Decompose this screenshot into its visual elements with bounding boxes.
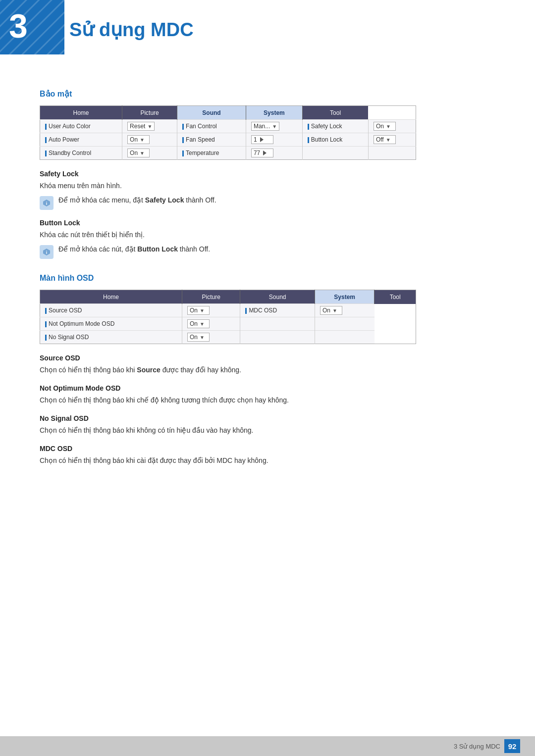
source-osd-heading: Source OSD	[40, 354, 495, 362]
cell-mdc-osd-value[interactable]: On▼	[315, 304, 374, 317]
safety-lock-desc: Khóa menu trên màn hình.	[40, 181, 495, 191]
cell-button-lock-label: Button Lock	[302, 133, 368, 147]
tab-tool-osd[interactable]: Tool	[374, 290, 416, 304]
cell-mdc-osd-label: MDC OSD	[240, 304, 315, 317]
table-row: Standby Control On▼ Temperature 77	[40, 147, 416, 160]
tab-system[interactable]: System	[246, 106, 302, 120]
cell-source-osd-value[interactable]: On▼	[182, 304, 240, 317]
note-icon-button-lock: i	[40, 245, 54, 259]
cell-no-signal-label: No Signal OSD	[40, 331, 182, 344]
cell-empty2	[368, 147, 416, 160]
cell-empty5	[240, 331, 315, 344]
chapter-number: 3	[9, 9, 28, 43]
cell-standby-label: Standby Control	[40, 147, 122, 160]
safety-lock-note: i Để mở khóa các menu, đặt Safety Lock t…	[40, 195, 495, 210]
row-indicator	[182, 124, 184, 130]
cell-fan-speed-value[interactable]: 1	[246, 133, 302, 147]
row-indicator	[45, 151, 47, 156]
tab-home-osd[interactable]: Home	[40, 290, 182, 304]
cell-empty6	[315, 331, 374, 344]
cell-not-optimum-value[interactable]: On▼	[182, 317, 240, 331]
button-lock-desc: Khóa các nút trên thiết bị hiển thị.	[40, 230, 495, 240]
cell-no-signal-value[interactable]: On▼	[182, 331, 240, 344]
cell-empty4	[315, 317, 374, 331]
cell-temperature-value[interactable]: 77	[246, 147, 302, 160]
tab-picture[interactable]: Picture	[122, 106, 177, 120]
row-indicator	[308, 124, 309, 130]
cell-fan-control-label: Fan Control	[177, 120, 246, 133]
osd-table: Home Picture Sound System Tool Source OS…	[40, 290, 416, 344]
row-indicator	[308, 137, 309, 143]
cell-standby-value[interactable]: On▼	[122, 147, 177, 160]
safety-lock-heading: Safety Lock	[40, 170, 495, 178]
no-signal-desc: Chọn có hiển thị thông báo khi không có …	[40, 425, 495, 436]
row-indicator	[182, 137, 184, 143]
button-lock-heading: Button Lock	[40, 219, 495, 227]
no-signal-heading: No Signal OSD	[40, 414, 495, 422]
table-row: Not Optimum Mode OSD On▼	[40, 317, 416, 331]
security-table: Home Picture Sound System Tool User Auto…	[40, 105, 416, 160]
mdc-osd-heading: MDC OSD	[40, 445, 495, 453]
tab-home[interactable]: Home	[40, 106, 122, 120]
cell-button-lock-value[interactable]: Off▼	[368, 133, 416, 147]
cell-fan-control-value[interactable]: Man...▼	[246, 120, 302, 133]
row-indicator	[45, 124, 47, 130]
table-row: Auto Power On▼ Fan Speed 1 Button Lock O…	[40, 133, 416, 147]
tab-tool[interactable]: Tool	[302, 106, 368, 120]
row-indicator	[45, 321, 47, 327]
page-number: 92	[504, 739, 520, 753]
safety-lock-note-text: Để mở khóa các menu, đặt Safety Lock thà…	[58, 195, 216, 205]
source-osd-desc: Chọn có hiển thị thông báo khi Source đư…	[40, 365, 495, 375]
cell-not-optimum-label: Not Optimum Mode OSD	[40, 317, 182, 331]
tab-system-osd[interactable]: System	[315, 290, 374, 304]
cell-user-auto-color-value[interactable]: Reset▼	[122, 120, 177, 133]
row-indicator	[182, 151, 184, 156]
footer-text: 3 Sử dụng MDC	[454, 743, 500, 750]
table-row: Source OSD On▼ MDC OSD On▼	[40, 304, 416, 317]
button-lock-note: i Để mở khóa các nút, đặt Button Lock th…	[40, 244, 495, 259]
svg-text:i: i	[46, 201, 48, 206]
cell-auto-power-value[interactable]: On▼	[122, 133, 177, 147]
tab-sound[interactable]: Sound	[177, 106, 246, 120]
cell-fan-speed-label: Fan Speed	[177, 133, 246, 147]
page-footer: 3 Sử dụng MDC 92	[0, 736, 535, 756]
note-icon-safety-lock: i	[40, 196, 54, 210]
svg-text:i: i	[46, 250, 48, 255]
cell-safety-lock-label: Safety Lock	[302, 120, 368, 133]
not-optimum-desc: Chọn có hiển thị thông báo khi chế độ kh…	[40, 395, 495, 405]
row-indicator	[245, 308, 247, 314]
cell-temperature-label: Temperature	[177, 147, 246, 160]
section-heading-man-hinh-osd: Màn hình OSD	[40, 274, 495, 283]
table-row: User Auto Color Reset▼ Fan Control Man..…	[40, 120, 416, 133]
button-lock-note-text: Để mở khóa các nút, đặt Button Lock thàn…	[58, 244, 210, 254]
cell-user-auto-color-label: User Auto Color	[40, 120, 122, 133]
row-indicator	[45, 335, 47, 341]
chapter-title: Sử dụng MDC	[69, 19, 194, 41]
row-indicator	[45, 137, 47, 143]
not-optimum-heading: Not Optimum Mode OSD	[40, 384, 495, 392]
row-indicator	[45, 308, 47, 314]
table-row: No Signal OSD On▼	[40, 331, 416, 344]
cell-source-osd-label: Source OSD	[40, 304, 182, 317]
cell-empty1	[302, 147, 368, 160]
mdc-osd-desc: Chọn có hiển thị thông báo khi cài đặt đ…	[40, 455, 495, 466]
tab-sound-osd[interactable]: Sound	[240, 290, 315, 304]
cell-safety-lock-value[interactable]: On▼	[368, 120, 416, 133]
section-heading-bao-mat: Bảo mật	[40, 89, 495, 99]
cell-auto-power-label: Auto Power	[40, 133, 122, 147]
tab-picture-osd[interactable]: Picture	[182, 290, 240, 304]
cell-empty3	[240, 317, 315, 331]
